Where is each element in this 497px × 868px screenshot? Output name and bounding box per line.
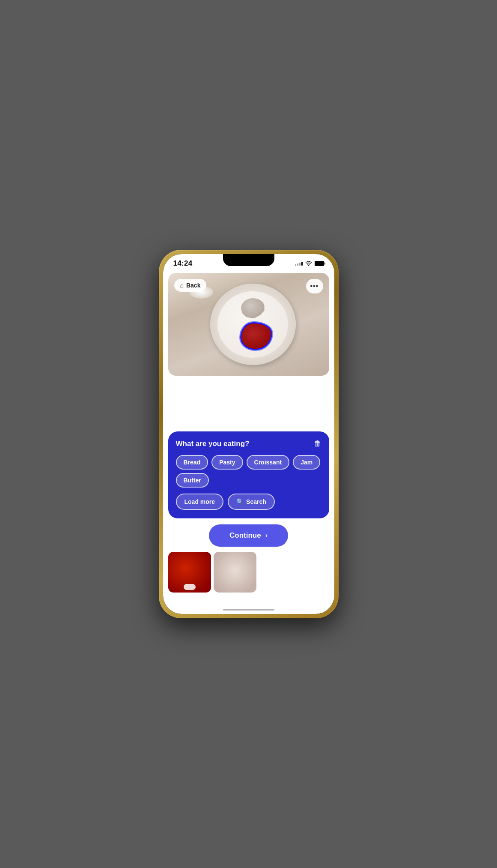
card-title: What are you eating?: [176, 440, 250, 448]
plate-area: [210, 284, 296, 365]
search-icon: 🔍: [236, 498, 244, 505]
more-button[interactable]: •••: [306, 279, 323, 293]
home-icon: ⌂: [180, 282, 184, 289]
continue-label: Continue: [229, 531, 261, 540]
plate-outer: [210, 284, 296, 365]
continue-button[interactable]: Continue ›: [209, 524, 288, 547]
tag-croissant[interactable]: Croissant: [247, 455, 290, 470]
chevron-right-icon: ›: [265, 532, 268, 539]
food-item-white: [240, 297, 266, 320]
plate-inner: [217, 291, 288, 358]
more-icon: •••: [310, 282, 319, 290]
battery-icon: [315, 261, 324, 266]
phone-screen: 14:24: [163, 254, 334, 614]
phone-inner: 14:24: [163, 254, 334, 614]
status-time: 14:24: [173, 259, 193, 268]
action-row: Load more 🔍 Search: [176, 494, 321, 510]
content-area[interactable]: ⌂ Back ••• What are you eating? 🗑: [163, 269, 334, 614]
signal-icon: [295, 262, 303, 266]
load-more-button[interactable]: Load more: [176, 494, 224, 510]
phone-frame: 14:24: [159, 250, 339, 618]
thumbnail-white[interactable]: [214, 552, 256, 593]
home-indicator: [223, 609, 274, 611]
search-label: Search: [246, 498, 266, 505]
food-selection-card: What are you eating? 🗑 Bread Pasty Crois…: [168, 431, 329, 518]
continue-btn-wrapper: Continue ›: [168, 524, 329, 547]
notch: [223, 254, 274, 266]
card-header: What are you eating? 🗑: [176, 439, 321, 448]
trash-button[interactable]: 🗑: [314, 439, 321, 448]
thumbnail-red[interactable]: [168, 552, 211, 593]
back-button[interactable]: ⌂ Back: [174, 279, 207, 292]
food-image-container: ⌂ Back •••: [168, 273, 329, 376]
search-button[interactable]: 🔍 Search: [228, 494, 275, 510]
thumb-badge-red: [184, 584, 196, 590]
food-tags-container: Bread Pasty Croissant Jam Butter: [176, 455, 321, 488]
tag-pasty[interactable]: Pasty: [211, 455, 243, 470]
food-item-red: [240, 322, 272, 350]
status-icons: [295, 261, 324, 266]
thumbnails-row: [163, 550, 334, 605]
tag-jam[interactable]: Jam: [293, 455, 320, 470]
spacer: [163, 376, 334, 431]
tag-bread[interactable]: Bread: [176, 455, 208, 470]
tag-butter[interactable]: Butter: [176, 473, 209, 488]
back-label: Back: [186, 282, 200, 289]
wifi-icon: [305, 261, 312, 266]
